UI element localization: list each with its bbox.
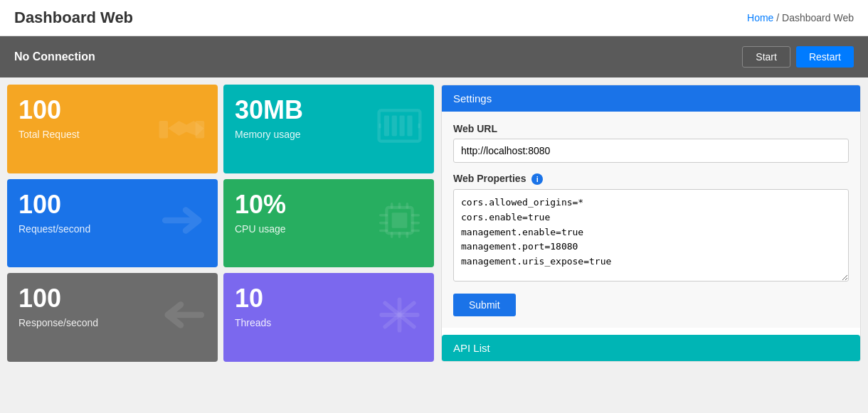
status-bar: No Connection Start Restart	[0, 36, 868, 77]
svg-rect-6	[407, 116, 412, 136]
web-properties-textarea[interactable]: cors.allowed_origins=* cors.enable=true …	[453, 189, 849, 281]
svg-rect-10	[392, 213, 408, 228]
connection-status: No Connection	[14, 50, 95, 63]
breadcrumb-current: Dashboard Web	[782, 12, 854, 23]
submit-button[interactable]: Submit	[453, 294, 516, 316]
breadcrumb: Home / Dashboard Web	[747, 12, 854, 23]
stat-card-cpu: 10% CPU usage	[223, 179, 434, 268]
svg-rect-5	[400, 116, 405, 136]
restart-button[interactable]: Restart	[796, 46, 854, 68]
cpu-icon	[376, 199, 423, 247]
start-button[interactable]: Start	[742, 46, 790, 68]
svg-rect-1	[196, 121, 205, 139]
web-url-input[interactable]	[453, 139, 849, 163]
main-content: 100 Total Request 30MB Memory usage	[0, 77, 868, 369]
status-buttons: Start Restart	[742, 46, 854, 68]
svg-rect-4	[392, 116, 397, 136]
stat-card-threads: 10 Threads	[223, 273, 434, 362]
info-icon: i	[531, 173, 543, 185]
stat-card-response-second: 100 Response/second	[7, 273, 218, 362]
svg-rect-3	[384, 116, 389, 136]
breadcrumb-separator: /	[776, 12, 779, 23]
handshake-icon	[157, 104, 206, 153]
settings-body: Web URL Web Properties i cors.allowed_or…	[442, 112, 860, 328]
settings-header: Settings	[442, 85, 860, 112]
stat-card-request-second: 100 Request/second	[7, 179, 218, 268]
page-title: Dashboard Web	[14, 9, 133, 27]
web-properties-label: Web Properties i	[453, 173, 849, 185]
threads-icon	[376, 294, 423, 342]
svg-rect-0	[159, 121, 169, 139]
stats-grid: 100 Total Request 30MB Memory usage	[7, 85, 434, 362]
api-list-header: API List	[442, 335, 860, 361]
svg-rect-7	[379, 124, 381, 129]
page-header: Dashboard Web Home / Dashboard Web	[0, 0, 868, 36]
web-url-label: Web URL	[453, 123, 849, 134]
svg-rect-8	[418, 124, 420, 129]
stat-card-memory: 30MB Memory usage	[223, 85, 434, 173]
arrow-left-icon	[160, 294, 206, 342]
breadcrumb-home[interactable]: Home	[747, 12, 773, 23]
stat-card-total-request: 100 Total Request	[7, 85, 218, 173]
settings-panel: Settings Web URL Web Properties i cors.a…	[441, 85, 861, 362]
memory-icon	[376, 104, 423, 153]
arrow-right-icon	[160, 199, 206, 247]
